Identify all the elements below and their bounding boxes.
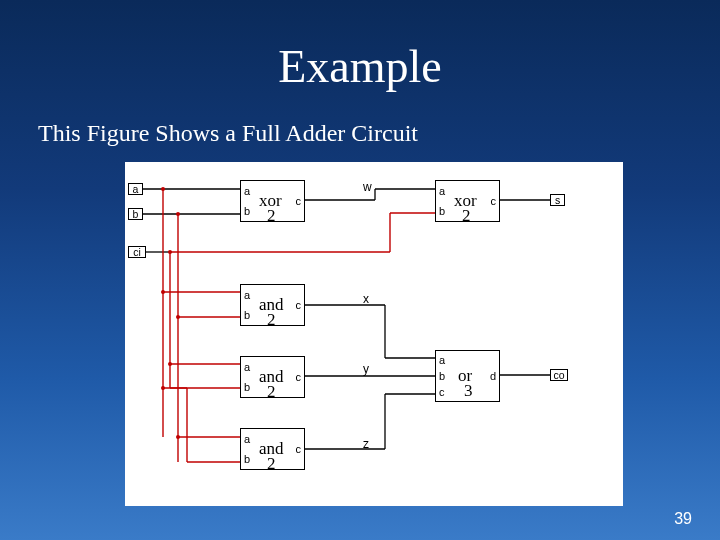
svg-point-6 <box>176 435 180 439</box>
svg-point-5 <box>161 386 165 390</box>
page-number: 39 <box>674 510 692 528</box>
svg-point-4 <box>168 362 172 366</box>
full-adder-diagram: a b c xor2 a b c and2 a b c and2 a b c a… <box>125 162 623 506</box>
slide-subtitle: This Figure Shows a Full Adder Circuit <box>38 120 418 147</box>
svg-point-7 <box>168 250 172 254</box>
svg-point-0 <box>161 187 165 191</box>
slide-title: Example <box>0 40 720 93</box>
circuit-wires <box>125 162 623 506</box>
svg-point-2 <box>161 290 165 294</box>
svg-point-1 <box>176 212 180 216</box>
slide: Example This Figure Shows a Full Adder C… <box>0 0 720 540</box>
svg-point-3 <box>176 315 180 319</box>
